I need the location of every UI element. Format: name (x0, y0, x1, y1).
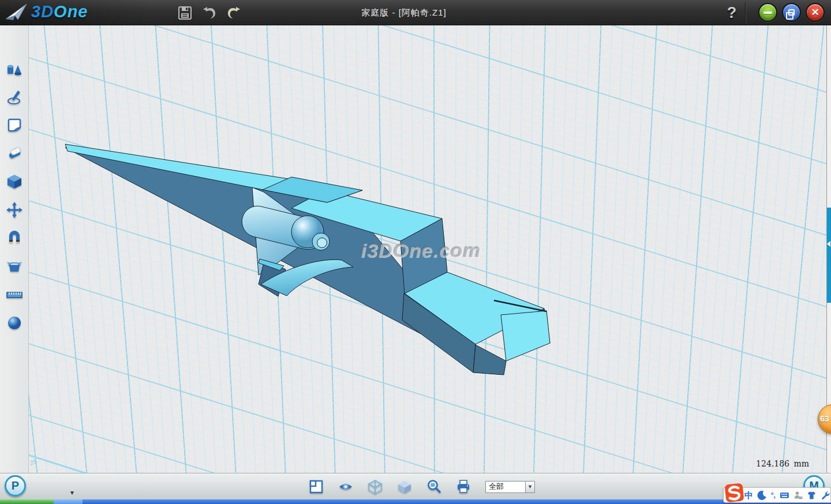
sketch-pen-icon[interactable] (6, 89, 23, 106)
view-plane-icon[interactable] (309, 479, 324, 494)
shaded-cube-icon[interactable] (397, 479, 412, 494)
printer-icon[interactable] (456, 479, 471, 494)
move-icon[interactable] (6, 201, 23, 219)
measure-ruler-icon[interactable] (6, 286, 23, 303)
magnet-snap-icon[interactable] (6, 230, 23, 247)
save-icon[interactable] (176, 5, 193, 21)
primitives-icon[interactable] (6, 61, 23, 78)
chevron-down-icon[interactable]: ▼ (526, 481, 535, 493)
display-filter-dropdown[interactable]: 全部 ▼ (485, 481, 535, 493)
restore-button[interactable] (782, 3, 801, 22)
zoom-search-icon[interactable] (426, 479, 441, 494)
cube-feature-icon[interactable] (6, 173, 23, 190)
title-bar: 3DOne 家庭版 - [阿帕奇.Z1] ? (0, 0, 831, 25)
paper-plane-icon (5, 3, 28, 21)
eye-visibility-icon[interactable] (338, 479, 353, 494)
notification-count: 63 (820, 414, 829, 423)
viewport-canvas[interactable]: i3DOne.com 25 124.186 mm (29, 25, 826, 473)
badge-caret-icon[interactable]: ▼ (69, 490, 75, 496)
start-button-edge[interactable] (0, 499, 54, 504)
left-toolbar (0, 25, 29, 473)
svg-text:14: 14 (799, 497, 801, 499)
close-button[interactable]: ✕ (806, 3, 825, 22)
boolean-box-icon[interactable] (6, 258, 23, 275)
bottom-toolbar: 全部 ▼ (0, 473, 831, 499)
app-name: 3DOne (31, 2, 88, 21)
sogou-logo-icon[interactable] (724, 482, 744, 503)
taskbar-item-edge[interactable] (54, 499, 83, 504)
3done-application-window: 3DOne 家庭版 - [阿帕奇.Z1] ? (0, 0, 831, 504)
os-taskbar-edge (0, 499, 831, 504)
keyboard-icon[interactable] (780, 490, 789, 501)
profile-badge-left[interactable]: P (5, 475, 26, 497)
chevron-left-icon (827, 241, 830, 247)
panel-collapse-tab[interactable] (827, 208, 831, 303)
sphere-render-icon[interactable] (6, 314, 23, 332)
undo-icon[interactable] (201, 5, 218, 21)
apache-3d-model[interactable] (29, 25, 826, 473)
app-logo: 3DOne (5, 2, 88, 21)
wrench-settings-icon[interactable] (821, 490, 830, 501)
ime-toolbar: 中 °, 14 (723, 487, 831, 503)
window-title: 家庭版 - [阿帕奇.Z1] (277, 0, 531, 25)
wireframe-cube-icon[interactable] (368, 479, 383, 494)
minimize-button[interactable] (758, 3, 777, 22)
moon-night-icon[interactable] (757, 490, 767, 501)
eraser-deform-icon[interactable] (6, 145, 23, 162)
filter-value[interactable]: 全部 (485, 481, 526, 493)
sketch-plane-icon[interactable] (6, 116, 23, 134)
redo-icon[interactable] (225, 5, 242, 21)
measurement-readout: 124.186 mm (756, 459, 809, 468)
user-icon[interactable]: 14 (793, 490, 803, 501)
skin-tshirt-icon[interactable] (807, 490, 817, 501)
chinese-mode-icon[interactable]: 中 (744, 491, 753, 499)
taskbar-strip (83, 499, 831, 504)
titlebar-divider (746, 2, 746, 23)
help-button[interactable]: ? (723, 2, 741, 23)
punctuation-icon[interactable]: °, (771, 492, 776, 499)
